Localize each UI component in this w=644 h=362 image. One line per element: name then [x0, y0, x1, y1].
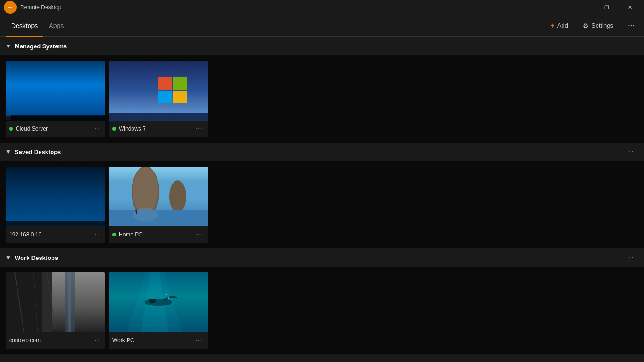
desktop-card-home-pc[interactable]: Home PC ··· [109, 167, 208, 243]
desktop-name: Windows 7 [119, 126, 193, 132]
section-more-button[interactable]: ··· [622, 146, 638, 158]
section-managed-systems: ▼ Managed Systems ··· [0, 37, 644, 143]
svg-rect-4 [109, 113, 208, 121]
desktop-name: 192.168.0.10 [9, 231, 90, 238]
minimize-button[interactable]: — [573, 0, 594, 15]
desktop-card-cloud-server[interactable]: Cloud Server ··· [6, 61, 105, 137]
section-header-managed-systems[interactable]: ▼ Managed Systems ··· [0, 37, 644, 55]
close-button[interactable]: ✕ [619, 0, 640, 15]
desktop-thumbnail [6, 167, 105, 226]
svg-point-10 [133, 167, 158, 213]
desktop-thumbnail [6, 272, 105, 332]
main-content: ▼ Managed Systems ··· [0, 37, 644, 362]
desktop-name: Work PC [112, 337, 193, 344]
chevron-icon: ▼ [6, 360, 11, 362]
desktop-footer: Home PC ··· [109, 226, 208, 243]
section-more-button[interactable]: ··· [622, 40, 638, 52]
section-work-desktops: ▼ Work Desktops ··· [0, 248, 644, 354]
desktop-more-button[interactable]: ··· [90, 230, 101, 240]
desktop-more-button[interactable]: ··· [90, 124, 101, 134]
desktop-footer: Windows 7 ··· [109, 121, 208, 137]
desktop-more-button[interactable]: ··· [193, 335, 204, 345]
section-title: Work Resources [15, 360, 622, 362]
svg-point-11 [169, 180, 186, 213]
desktop-card-ip[interactable]: 192.168.0.10 ··· [6, 167, 105, 243]
section-saved-desktops: ▼ Saved Desktops ··· [0, 143, 644, 248]
svg-point-14 [135, 210, 137, 212]
svg-rect-6 [6, 221, 105, 226]
tab-apps[interactable]: Apps [43, 15, 69, 37]
desktop-name: Home PC [119, 231, 193, 238]
desktop-name: Cloud Server [16, 126, 90, 132]
svg-point-28 [149, 299, 156, 303]
desktop-footer: Cloud Server ··· [6, 121, 105, 137]
svg-rect-1 [6, 115, 105, 121]
svg-rect-5 [6, 167, 105, 226]
status-dot [112, 127, 116, 131]
section-title: Saved Desktops [15, 149, 622, 155]
status-dot [9, 127, 13, 131]
section-title: Work Desktops [15, 254, 622, 261]
status-dot [112, 233, 116, 236]
app-title: Remote Desktop [20, 4, 573, 11]
section-more-button[interactable]: ··· [622, 357, 638, 362]
svg-point-29 [168, 297, 169, 299]
window-controls: — ❐ ✕ [573, 0, 640, 15]
desktop-grid-work: contoso.com ··· [0, 267, 644, 354]
svg-point-31 [170, 292, 171, 293]
nav-bar: Desktops Apps + Add ⚙ Settings ··· [0, 15, 644, 37]
desktop-grid-saved: 192.168.0.10 ··· [0, 161, 644, 248]
nav-actions: + Add ⚙ Settings ··· [547, 19, 638, 32]
desktop-card-work-pc[interactable]: Work PC ··· [109, 272, 208, 349]
desktop-more-button[interactable]: ··· [193, 230, 204, 240]
restore-button[interactable]: ❐ [596, 0, 617, 15]
desktop-more-button[interactable]: ··· [90, 335, 101, 345]
svg-rect-15 [136, 212, 137, 214]
desktop-thumbnail [109, 272, 208, 332]
desktop-footer: 192.168.0.10 ··· [6, 226, 105, 243]
desktop-thumbnail [109, 167, 208, 226]
desktop-grid-managed: Cloud Server ··· [0, 55, 644, 143]
section-header-work-resources[interactable]: ▼ Work Resources ··· [0, 354, 644, 362]
desktop-footer: contoso.com ··· [6, 332, 105, 349]
svg-rect-0 [6, 61, 105, 121]
chevron-icon: ▼ [6, 43, 11, 49]
svg-point-27 [145, 299, 172, 306]
svg-rect-2 [6, 115, 11, 120]
section-header-work-desktops[interactable]: ▼ Work Desktops ··· [0, 248, 644, 267]
desktop-footer: Work PC ··· [109, 332, 208, 349]
title-bar: ← Remote Desktop — ❐ ✕ [0, 0, 644, 15]
section-more-button[interactable]: ··· [622, 252, 638, 264]
desktop-card-contoso[interactable]: contoso.com ··· [6, 272, 105, 349]
desktop-card-windows7[interactable]: Windows 7 ··· [109, 61, 208, 137]
add-button[interactable]: + Add [547, 20, 572, 32]
desktop-name: contoso.com [9, 337, 90, 344]
chevron-icon: ▼ [6, 254, 11, 261]
section-title: Managed Systems [15, 43, 622, 50]
section-work-resources: ▼ Work Resources ··· [0, 354, 644, 362]
desktop-more-button[interactable]: ··· [193, 124, 204, 134]
section-header-saved-desktops[interactable]: ▼ Saved Desktops ··· [0, 143, 644, 161]
desktop-thumbnail [109, 61, 208, 121]
desktop-thumbnail [6, 61, 105, 121]
svg-rect-23 [68, 272, 71, 332]
settings-button[interactable]: ⚙ Settings [579, 20, 617, 31]
svg-point-30 [166, 294, 167, 295]
svg-rect-12 [109, 210, 208, 226]
back-button[interactable]: ← [4, 1, 17, 14]
tab-desktops[interactable]: Desktops [6, 15, 43, 37]
nav-more-button[interactable]: ··· [624, 19, 638, 32]
chevron-icon: ▼ [6, 149, 11, 155]
